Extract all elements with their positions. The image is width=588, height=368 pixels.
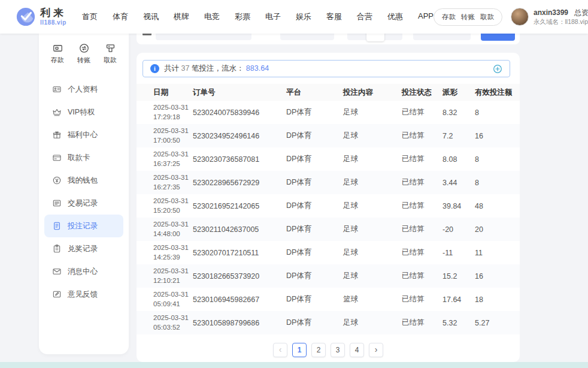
cell-order: 5230182665373920 (193, 272, 286, 280)
table-row: 2025-03-3117:29:185230240075839946DP体育足球… (137, 101, 520, 124)
sidebar-item-1[interactable]: VIP特权 (44, 101, 123, 123)
user-line-2: 永久域名：ll188.vip | ll188.... (534, 17, 588, 26)
cell-content: 足球 (343, 154, 402, 164)
logo-name: 利来 (40, 8, 66, 19)
nav-item-11[interactable]: APP (418, 11, 434, 22)
message-icon (52, 267, 62, 276)
bottom-strip (0, 362, 588, 368)
avatar[interactable] (511, 8, 529, 26)
cell-platform: DP体育 (286, 271, 343, 281)
cell-platform: DP体育 (286, 201, 343, 211)
nav-item-3[interactable]: 棋牌 (174, 11, 189, 22)
nav-item-1[interactable]: 体育 (113, 11, 128, 22)
permanent-domain: 永久域名：ll188.vip | ll188.... (534, 17, 588, 26)
wallet-pill: 存款转账取款 (434, 8, 502, 26)
nav-item-6[interactable]: 电子 (265, 11, 281, 22)
prize-icon (52, 244, 62, 254)
sidebar-item-0[interactable]: 个人资料 (44, 78, 123, 101)
nav-item-8[interactable]: 客服 (326, 11, 342, 22)
cell-valid: 16 (475, 272, 513, 280)
sidebar-item-2[interactable]: 福利中心 (44, 123, 123, 146)
cell-status: 已结算 (402, 294, 442, 304)
cell-valid: 48 (475, 202, 513, 210)
quick-action-2[interactable]: 取款 (104, 43, 117, 65)
cell-valid: 5.27 (475, 319, 513, 327)
nav-item-5[interactable]: 彩票 (235, 11, 250, 22)
cell-status: 已结算 (402, 177, 442, 188)
quick-action-label: 存款 (51, 56, 64, 65)
bank-card-icon (52, 153, 62, 162)
sidebar-item-6[interactable]: 投注记录 (44, 215, 123, 237)
sidebar-quick-actions: 存款转账取款 (39, 34, 129, 68)
sidebar-item-label: 投注记录 (68, 221, 98, 231)
cell-content: 足球 (343, 107, 402, 117)
cell-date: 2025-03-3112:10:21 (153, 267, 193, 285)
cell-platform: DP体育 (286, 294, 343, 304)
table-body: 2025-03-3117:29:185230240075839946DP体育足球… (137, 101, 520, 334)
pagination-prev-button[interactable]: ‹ (273, 343, 287, 357)
cell-platform: DP体育 (286, 224, 343, 234)
cell-status: 已结算 (402, 201, 442, 211)
sidebar-item-label: 取款卡 (68, 153, 90, 163)
nav-item-0[interactable]: 首页 (82, 11, 98, 22)
cell-content: 篮球 (343, 294, 402, 304)
sidebar-item-label: 个人资料 (68, 85, 98, 95)
pagination-page-3[interactable]: 3 (331, 343, 345, 357)
header: 利来 ll188.vip 首页体育视讯棋牌电竞彩票电子娱乐客服合营优惠APP 存… (0, 0, 588, 34)
sidebar-item-7[interactable]: 兑奖记录 (44, 237, 123, 260)
cell-payout: 39.84 (442, 202, 475, 210)
wallet-pill-item-0[interactable]: 存款 (442, 13, 456, 22)
summary-text: 共计 37 笔投注，流水： 883.64 (164, 64, 269, 74)
cell-platform: DP体育 (286, 107, 343, 117)
cell-valid: 20 (475, 225, 513, 234)
bet-records-panel: i 共计 37 笔投注，流水： 883.64 日期订单号平台投注内容投注状态派彩… (137, 53, 520, 362)
cell-content: 足球 (343, 248, 402, 258)
sidebar-item-label: 消息中心 (68, 267, 98, 277)
logo[interactable]: 利来 ll188.vip (16, 7, 66, 27)
info-icon: i (150, 64, 159, 73)
wallet-pill-item-1[interactable]: 转账 (461, 13, 475, 22)
cell-date: 2025-03-3116:37:25 (153, 150, 193, 168)
cell-date: 2025-03-3114:25:39 (153, 243, 193, 262)
sidebar-item-3[interactable]: 取款卡 (44, 146, 123, 169)
nav-item-7[interactable]: 娱乐 (296, 11, 311, 22)
pagination-page-4[interactable]: 4 (350, 343, 364, 357)
col-header-3: 投注内容 (343, 88, 402, 98)
cell-order: 5230105898799686 (193, 319, 286, 327)
pagination-page-2[interactable]: 2 (311, 343, 326, 357)
cell-payout: 17.64 (442, 295, 475, 304)
logo-text: 利来 ll188.vip (40, 8, 66, 26)
table-row: 2025-03-3116:37:255230230736587081DP体育足球… (137, 147, 520, 171)
col-header-0: 日期 (153, 88, 193, 98)
sidebar-item-8[interactable]: 消息中心 (44, 260, 123, 283)
cell-date: 2025-03-3105:03:52 (153, 313, 193, 332)
wallet-pill-item-2[interactable]: 取款 (480, 13, 494, 22)
cell-platform: DP体育 (286, 248, 343, 258)
sidebar: 存款转账取款 个人资料VIP特权福利中心取款卡我的钱包交易记录投注记录兑奖记录消… (39, 34, 129, 354)
nav-item-10[interactable]: 优惠 (387, 11, 403, 22)
col-header-6: 有效投注额 (475, 88, 513, 98)
user-info: anxin3399总资产：1363.49元 永久域名：ll188.vip | l… (534, 8, 588, 26)
table-row: 2025-03-3114:48:005230211042637005DP体育足球… (137, 218, 520, 241)
page: i 共计 37 笔投注，流水： 883.64 日期订单号平台投注内容投注状态派彩… (0, 0, 588, 368)
sidebar-item-4[interactable]: 我的钱包 (44, 169, 123, 192)
pagination-page-1[interactable]: 1 (292, 343, 307, 357)
table-header: 日期订单号平台投注内容投注状态派彩有效投注额 (137, 84, 520, 101)
sidebar-item-9[interactable]: 意见反馈 (44, 283, 123, 306)
cell-date: 2025-03-3114:48:00 (153, 220, 193, 239)
sidebar-menu: 个人资料VIP特权福利中心取款卡我的钱包交易记录投注记录兑奖记录消息中心意见反馈 (39, 78, 129, 306)
pagination-next-button[interactable]: › (369, 343, 383, 357)
table-row: 2025-03-3114:25:395230207017210511DP体育足球… (137, 241, 520, 264)
quick-action-0[interactable]: 存款 (51, 43, 64, 65)
sidebar-item-5[interactable]: 交易记录 (44, 192, 123, 215)
nav-item-4[interactable]: 电竞 (204, 11, 220, 22)
cell-valid: 16 (475, 132, 513, 140)
cell-valid: 11 (475, 249, 513, 257)
quick-action-1[interactable]: 转账 (77, 43, 90, 65)
nav-item-9[interactable]: 合营 (357, 11, 372, 22)
cell-platform: DP体育 (286, 177, 343, 188)
cell-platform: DP体育 (286, 318, 343, 328)
expand-icon[interactable] (493, 64, 502, 74)
table-row: 2025-03-3105:09:415230106945982667DP体育篮球… (137, 288, 520, 311)
nav-item-2[interactable]: 视讯 (143, 11, 159, 22)
